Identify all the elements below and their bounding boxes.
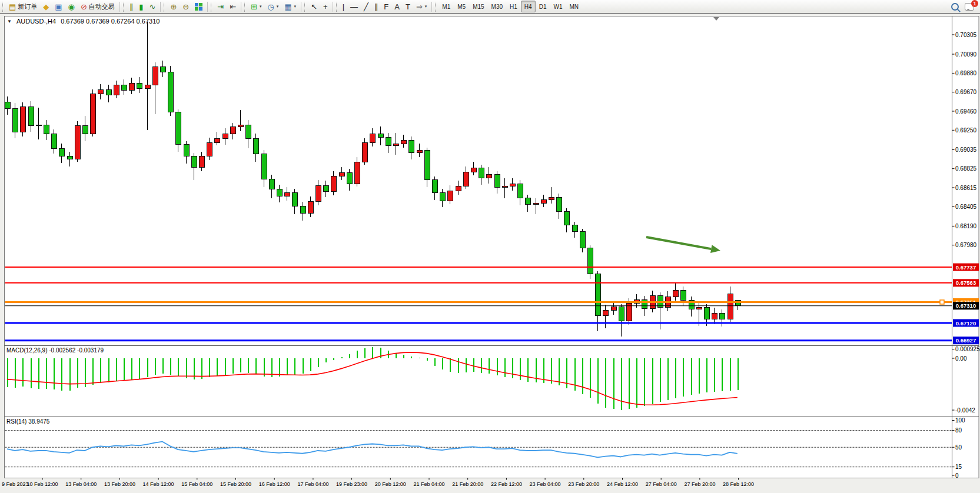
candle-body: [5, 102, 10, 109]
candle-body: [587, 248, 593, 274]
candle-body: [486, 175, 491, 178]
candle-body: [12, 108, 18, 132]
timeframe-h4-button[interactable]: H4: [521, 1, 536, 12]
chart-canvas[interactable]: 0.703050.700900.698800.696700.694600.692…: [0, 0, 980, 493]
zoomin-icon: ⊕: [170, 3, 177, 11]
zoom-out-button[interactable]: ⊖: [180, 0, 191, 13]
notification-badge: 1: [971, 0, 978, 7]
candle-body: [378, 134, 383, 137]
text-tool-button[interactable]: A: [392, 0, 402, 13]
time-axis-label: 22 Feb 12:00: [491, 481, 522, 487]
time-axis-label: 15 Feb 20:00: [220, 481, 251, 487]
candle-body: [152, 67, 158, 85]
periods-button[interactable]: ◷▾: [265, 0, 281, 13]
candle-body: [541, 200, 546, 204]
line-chart-mode-button[interactable]: ∿: [147, 0, 158, 13]
timeframe-m15-button[interactable]: M15: [469, 1, 487, 12]
arrows-tool-dropdown-icon[interactable]: ▾: [425, 4, 427, 9]
candle-body: [564, 212, 569, 225]
tile-windows-button[interactable]: [192, 0, 205, 13]
candle-body: [191, 156, 197, 167]
time-axis-label: 10 Feb 12:00: [26, 481, 58, 487]
templates-button[interactable]: ▦▾: [282, 0, 298, 13]
timeframe-mn-button[interactable]: MN: [566, 1, 582, 12]
timeframe-h1-button[interactable]: H1: [506, 1, 521, 12]
candle-body: [82, 126, 88, 134]
hline-icon: —: [350, 3, 358, 11]
candle-body: [611, 307, 616, 310]
indicators-icon: ⊞: [251, 3, 257, 11]
indicators-dropdown-icon[interactable]: ▾: [260, 4, 262, 9]
candle-body: [168, 72, 173, 112]
indicators-button[interactable]: ⊞▾: [248, 0, 264, 13]
text-label-tool-button[interactable]: T: [403, 0, 413, 13]
rsi-axis-label: 100: [955, 417, 965, 424]
autotrade-icon: ⊘: [81, 3, 87, 11]
trendline-tool-button[interactable]: ╱: [361, 0, 371, 13]
cursor-button[interactable]: ↖: [308, 0, 320, 13]
candlestick-mode-button[interactable]: ▮: [137, 0, 145, 13]
new-order-label: 新订单: [18, 2, 37, 11]
line-handle[interactable]: [940, 300, 944, 304]
templates-dropdown-icon[interactable]: ▾: [294, 4, 297, 9]
crosshair-button[interactable]: +: [321, 0, 330, 13]
candle-body: [432, 180, 437, 193]
candle-body: [214, 138, 220, 143]
tile-windows-icon: [195, 3, 202, 11]
timeframe-d1-button[interactable]: D1: [536, 1, 550, 12]
candle-body: [642, 299, 647, 308]
candle-body: [230, 126, 235, 134]
candle-body: [463, 172, 469, 186]
candle-body: [175, 112, 181, 145]
mt4-window: ▤新订单◆▣◉⊘自动交易∥▮∿⊕⊖⇥⇤⊞▾◷▾▦▾↖+|—╱∥FAT⇒▾M1M5…: [0, 0, 980, 493]
auto-scroll-button[interactable]: ⇥: [215, 0, 226, 13]
time-axis[interactable]: 9 Feb 202310 Feb 12:0013 Feb 04:0013 Feb…: [2, 478, 754, 488]
price-axis-label: 0.69460: [955, 108, 977, 115]
auto-trading-label: 自动交易: [89, 2, 115, 11]
chart-shift-button[interactable]: ⇤: [227, 0, 238, 13]
bar-chart-mode-button[interactable]: ∥: [127, 0, 136, 13]
candle-body: [603, 310, 608, 315]
candle-body: [67, 156, 72, 159]
candle-body: [339, 173, 344, 176]
timeframe-m1-button[interactable]: M1: [438, 1, 454, 12]
timeframe-m5-button[interactable]: M5: [454, 1, 469, 12]
textT-icon: T: [406, 3, 410, 11]
candle-body: [114, 85, 119, 95]
signal-button[interactable]: ◉: [66, 0, 77, 13]
gold-symbols-button[interactable]: ◆: [41, 0, 51, 13]
candle-body: [502, 186, 507, 188]
symbol-dropdown-icon[interactable]: ▼: [7, 19, 12, 24]
market-watch-window-button[interactable]: ▣: [52, 0, 64, 13]
macd-axis-label: -0.0042: [955, 407, 975, 414]
timeframe-w1-button[interactable]: W1: [550, 1, 566, 12]
candle-body: [417, 150, 422, 153]
arrows-tool-button[interactable]: ⇒▾: [414, 0, 429, 13]
arrows-icon: ⇒: [416, 3, 423, 11]
fibonacci-tool-button[interactable]: F: [381, 0, 391, 13]
periods-dropdown-icon[interactable]: ▾: [277, 4, 279, 9]
time-axis-label: 13 Feb 04:00: [65, 481, 97, 487]
price-level-badge-text: 0.66927: [956, 337, 976, 344]
candle-body: [20, 106, 25, 132]
new-order-button[interactable]: ▤新订单: [6, 0, 39, 13]
candle-body: [315, 185, 321, 202]
time-axis-label: 15 Feb 04:00: [181, 481, 212, 487]
timeframe-m30-button[interactable]: M30: [488, 1, 506, 12]
candle-body: [323, 185, 328, 192]
chat-icon[interactable]: 1: [965, 3, 974, 11]
horizontal-line-tool-button[interactable]: —: [348, 0, 360, 13]
rsi-axis-label: 15: [955, 464, 962, 470]
auto-trading-button[interactable]: ⊘自动交易: [78, 0, 117, 13]
candle-body: [447, 191, 453, 201]
vertical-line-tool-button[interactable]: |: [340, 0, 347, 13]
search-icon[interactable]: [951, 3, 959, 11]
gold-icon: ◆: [43, 3, 49, 11]
zoom-in-button[interactable]: ⊕: [168, 0, 179, 13]
line-icon: ∿: [150, 3, 156, 11]
candle-body: [362, 143, 367, 162]
candles-icon: ▮: [139, 3, 143, 11]
candle-body: [98, 89, 103, 94]
channel-tool-button[interactable]: ∥: [372, 0, 381, 13]
rsi-axis-label: 50: [955, 444, 962, 451]
